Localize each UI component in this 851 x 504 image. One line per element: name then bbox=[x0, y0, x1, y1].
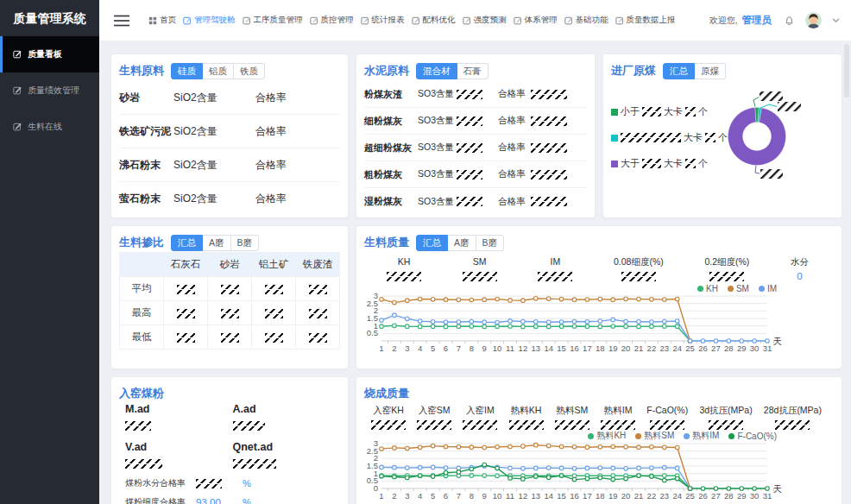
x-axis-tick-label: 28 bbox=[724, 343, 734, 353]
card-title: 水泥原料 bbox=[364, 63, 409, 79]
data-point bbox=[624, 297, 628, 301]
nav-item-label: 首页 bbox=[160, 15, 176, 26]
x-axis-tick-label: 22 bbox=[647, 343, 657, 353]
legend-swatch bbox=[611, 135, 618, 142]
x-axis-tick-label: 12 bbox=[519, 491, 528, 501]
legend-item[interactable]: KH bbox=[697, 284, 718, 293]
raw-material-tab-2[interactable]: 铁质 bbox=[234, 63, 265, 79]
x-axis-tick-label: 23 bbox=[660, 343, 670, 353]
data-point bbox=[431, 475, 435, 479]
nav-item-label: 管理驾驶舱 bbox=[194, 15, 236, 26]
chevron-down-icon[interactable] bbox=[832, 18, 840, 22]
data-point bbox=[611, 466, 615, 470]
scrollbar-thumb[interactable] bbox=[844, 44, 849, 98]
data-point bbox=[431, 324, 435, 329]
raw-mix-tab-0[interactable]: 汇总 bbox=[171, 235, 203, 251]
data-point bbox=[444, 298, 448, 302]
user-area: 欢迎您, 管理员 bbox=[709, 12, 851, 28]
data-point bbox=[534, 297, 539, 301]
redacted-value bbox=[642, 107, 661, 117]
redacted-value bbox=[463, 272, 497, 281]
nav-item-4[interactable]: 统计报表 bbox=[361, 15, 405, 26]
sidebar-item-0[interactable]: 质量看板 bbox=[0, 36, 99, 72]
x-axis-tick-label: 2 bbox=[392, 343, 396, 353]
table-cell bbox=[208, 325, 252, 350]
incoming-coal-tab-0[interactable]: 汇总 bbox=[663, 63, 695, 79]
nav-item-6[interactable]: 强度预测 bbox=[463, 15, 507, 26]
redacted-value bbox=[387, 272, 421, 281]
incoming-coal-tab-1[interactable]: 原煤 bbox=[695, 63, 726, 79]
stat: SM bbox=[463, 256, 497, 281]
data-point bbox=[546, 476, 551, 480]
data-point bbox=[624, 319, 628, 324]
stat-label: 3d抗压(MPa) bbox=[699, 405, 752, 416]
data-point bbox=[637, 474, 641, 478]
doc-edit-icon bbox=[13, 86, 22, 95]
data-point bbox=[380, 447, 384, 451]
sidebar-item-1[interactable]: 质量绩效管理 bbox=[0, 72, 99, 109]
raw-mix-tab-1[interactable]: A磨 bbox=[203, 235, 231, 251]
nav-item-8[interactable]: 基础功能 bbox=[564, 15, 608, 26]
data-point bbox=[534, 443, 539, 447]
legend-item[interactable]: IM bbox=[759, 284, 777, 293]
data-point bbox=[546, 444, 551, 448]
nav-item-9[interactable]: 质量数据上报 bbox=[615, 15, 676, 26]
material-metric-label: SiO2含量 bbox=[173, 192, 255, 206]
data-point bbox=[637, 445, 641, 450]
stat-value bbox=[601, 419, 635, 430]
hamburger-icon[interactable] bbox=[114, 15, 129, 27]
material-row: 铁选矿污泥SiO2含量合格率 bbox=[119, 115, 340, 148]
raw-quality-tab-0[interactable]: 汇总 bbox=[416, 235, 448, 251]
stat-label: 0.2细度(%) bbox=[704, 256, 749, 268]
raw-quality-tab-1[interactable]: A磨 bbox=[448, 235, 476, 251]
x-axis-tick-label: 6 bbox=[444, 343, 448, 353]
data-point bbox=[482, 445, 487, 450]
data-point bbox=[663, 465, 667, 469]
data-point bbox=[714, 339, 718, 343]
clinker-quality-line-chart: 00.511.522.53123456789101112131415161718… bbox=[364, 441, 830, 503]
rate-row: 煤粉水分合格率% bbox=[125, 474, 340, 493]
nav-item-label: 统计报表 bbox=[372, 15, 405, 26]
avatar[interactable] bbox=[805, 12, 822, 28]
raw-material-tab-0[interactable]: 硅质 bbox=[171, 63, 203, 79]
incoming-coal-tabs: 汇总原煤 bbox=[663, 63, 726, 79]
stat-label: KH bbox=[387, 256, 421, 268]
raw-quality-tab-2[interactable]: B磨 bbox=[476, 235, 505, 251]
data-point bbox=[495, 474, 500, 478]
nav-item-3[interactable]: 质控管理 bbox=[310, 15, 354, 26]
redacted-value bbox=[457, 170, 482, 180]
material-name: 萤石粉末 bbox=[119, 192, 173, 206]
legend-item[interactable]: 熟料SM bbox=[635, 430, 674, 442]
x-axis-tick-label: 1 bbox=[379, 343, 383, 353]
nav-item-0[interactable]: 首页 bbox=[148, 15, 176, 26]
legend-item[interactable]: 熟料KH bbox=[588, 430, 626, 442]
material-row: 湿粉煤灰SO3含量合格率 bbox=[364, 188, 587, 215]
legend-item[interactable]: F-CaO(%) bbox=[728, 432, 777, 441]
x-axis-tick-label: 11 bbox=[506, 491, 514, 501]
doc-edit-icon bbox=[463, 16, 471, 25]
raw-material-tab-1[interactable]: 铝质 bbox=[203, 63, 234, 79]
data-point bbox=[675, 466, 679, 470]
nav-item-1[interactable]: 管理驾驶舱 bbox=[183, 15, 236, 26]
material-metric-label: SO3含量 bbox=[418, 196, 455, 208]
redacted-value bbox=[233, 421, 265, 431]
coal-legend: 小于大卡个大卡个大于大卡个 bbox=[611, 105, 728, 170]
field-label: A.ad bbox=[233, 403, 341, 415]
legend-item[interactable]: 熟料IM bbox=[684, 430, 719, 442]
legend-item[interactable]: SM bbox=[728, 284, 749, 293]
data-point bbox=[598, 476, 602, 480]
bell-icon[interactable] bbox=[785, 16, 794, 26]
data-point bbox=[611, 444, 615, 449]
sidebar-item-2[interactable]: 生料在线 bbox=[0, 109, 99, 145]
cement-material-tab-1[interactable]: 石膏 bbox=[457, 63, 489, 79]
stat-value bbox=[555, 419, 589, 430]
nav-item-7[interactable]: 体系管理 bbox=[514, 15, 558, 26]
raw-mix-tabs: 汇总A磨B磨 bbox=[171, 235, 259, 251]
data-point bbox=[624, 467, 628, 471]
raw-mix-tab-2[interactable]: B磨 bbox=[231, 235, 260, 251]
username[interactable]: 管理员 bbox=[742, 14, 772, 27]
cement-material-tab-0[interactable]: 混合材 bbox=[416, 63, 457, 79]
nav-item-5[interactable]: 配料优化 bbox=[412, 15, 456, 26]
redacted-value bbox=[125, 459, 162, 469]
nav-item-2[interactable]: 工序质量管理 bbox=[243, 15, 303, 26]
